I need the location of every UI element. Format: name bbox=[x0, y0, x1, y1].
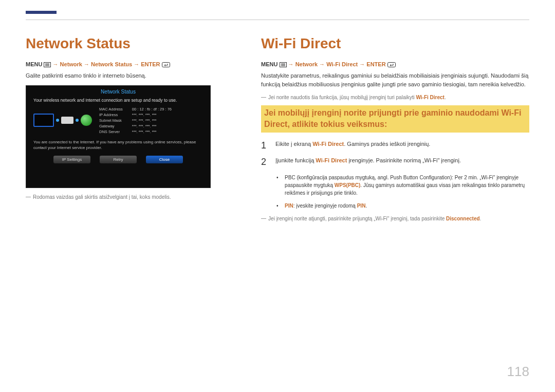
text: . bbox=[480, 216, 482, 221]
router-icon bbox=[61, 117, 73, 124]
text: Eikite į ekraną bbox=[275, 141, 312, 147]
shot-footer-message: You are connected to the Internet. If yo… bbox=[26, 134, 210, 154]
menu-path-left: MENU → Network → Network Status → ENTER bbox=[26, 61, 236, 67]
note-text: Jei norite naudotis šia funkcija, jūsų m… bbox=[268, 95, 416, 100]
svg-rect-9 bbox=[387, 63, 395, 67]
text: įrenginyje. Pasirinkite norimą „Wi-Fi" į… bbox=[347, 157, 461, 163]
wifi-direct-term: Wi-Fi Direct bbox=[312, 141, 344, 147]
svg-rect-4 bbox=[162, 63, 170, 67]
right-column: Wi-Fi Direct MENU → Network → Wi-Fi Dire… bbox=[261, 35, 529, 221]
text: : įveskite įrenginyje rodomą bbox=[293, 203, 357, 209]
model-note: Rodomas vaizdas gali skirtis atsižvelgia… bbox=[26, 194, 236, 200]
step-text: Eikite į ekraną Wi-Fi Direct. Gaminys pr… bbox=[275, 141, 430, 147]
value-dns: ***. ***. ***. *** bbox=[132, 129, 172, 134]
text: . Gaminys pradės ieškoti įrenginių. bbox=[344, 141, 430, 147]
left-column: Network Status MENU → Network → Network … bbox=[26, 35, 236, 221]
value-gateway: ***. ***. ***. *** bbox=[132, 124, 172, 128]
network-status-screenshot: Network Status Your wireless network and… bbox=[26, 85, 211, 188]
text: Įjunkite funkciją bbox=[275, 157, 316, 163]
label-subnet: Subnet Mask bbox=[99, 118, 123, 123]
support-note: Jei norite naudotis šia funkcija, jūsų m… bbox=[261, 95, 529, 100]
link-dot bbox=[56, 119, 59, 122]
label-ip: IP Address bbox=[99, 113, 123, 117]
wifi-direct-term: Wi-Fi Direct bbox=[316, 157, 347, 163]
bullet-text: PBC (konfigūracija paspaudus mygtuką, an… bbox=[285, 174, 529, 197]
shot-status-message: Your wireless network and Internet conne… bbox=[26, 97, 210, 107]
ip-settings-button[interactable]: IP Settings bbox=[53, 156, 90, 163]
bullet-text: PIN: įveskite įrenginyje rodomą PIN. bbox=[285, 202, 367, 210]
connection-diagram bbox=[33, 114, 92, 127]
shot-title: Network Status bbox=[26, 86, 210, 97]
step-1: 1 Eikite į ekraną Wi-Fi Direct. Gaminys … bbox=[261, 141, 529, 150]
heading-network-status: Network Status bbox=[26, 35, 236, 52]
wifi-direct-term: Wi-Fi Direct bbox=[416, 95, 444, 100]
menu-label: MENU bbox=[26, 61, 42, 67]
heading-wifi-direct: Wi-Fi Direct bbox=[261, 35, 529, 52]
desc-right: Nustatykite parametrus, reikalingus gami… bbox=[261, 71, 529, 88]
value-subnet: ***. ***. ***. *** bbox=[132, 118, 172, 123]
globe-icon bbox=[81, 115, 92, 126]
disconnected-term: Disconnected bbox=[446, 216, 480, 221]
menu-path-text: → Network → Network Status → ENTER bbox=[53, 61, 160, 67]
enter-icon bbox=[387, 62, 396, 67]
network-info-table: MAC Address 00 : 12 : fb : df : 29 : 76 … bbox=[99, 107, 172, 134]
device-icon bbox=[33, 114, 54, 127]
label-mac: MAC Address bbox=[99, 107, 123, 111]
step-2: 2 Įjunkite funkciją Wi-Fi Direct įrengin… bbox=[261, 157, 529, 166]
link-dot bbox=[76, 119, 79, 122]
highlight-instructions: Jei mobilųjį įrenginį norite prijungti p… bbox=[261, 105, 529, 133]
step-number: 2 bbox=[261, 157, 268, 166]
menu-path-text: → Network → Wi-Fi Direct → ENTER bbox=[288, 61, 386, 67]
enter-icon bbox=[162, 62, 170, 67]
bullet-pin: • PIN: įveskite įrenginyje rodomą PIN. bbox=[276, 202, 529, 210]
page-number: 118 bbox=[507, 364, 529, 380]
step-number: 1 bbox=[261, 141, 268, 150]
step-text: Įjunkite funkciją Wi-Fi Direct įrenginyj… bbox=[275, 157, 461, 163]
bullet-pbc: • PBC (konfigūracija paspaudus mygtuką, … bbox=[276, 174, 529, 197]
menu-icon bbox=[280, 62, 287, 67]
text: Jei įrenginį norite atjungti, pasirinkit… bbox=[268, 216, 446, 221]
disconnect-note: Jei įrenginį norite atjungti, pasirinkit… bbox=[261, 216, 529, 221]
retry-button[interactable]: Retry bbox=[100, 156, 137, 163]
value-mac: 00 : 12 : fb : df : 29 : 76 bbox=[132, 107, 172, 111]
pin-term: PIN bbox=[357, 203, 366, 209]
close-button[interactable]: Close bbox=[146, 156, 183, 163]
text: . bbox=[365, 203, 367, 209]
wps-pbc-term: WPS(PBC) bbox=[335, 182, 361, 188]
desc-left: Galite patikrinti esamo tinklo ir intern… bbox=[26, 71, 236, 80]
label-dns: DNS Server bbox=[99, 129, 123, 134]
note-text: . bbox=[445, 95, 446, 100]
menu-path-right: MENU → Network → Wi-Fi Direct → ENTER bbox=[261, 61, 529, 67]
bullet-dot: • bbox=[276, 202, 280, 210]
menu-label: MENU bbox=[261, 61, 278, 67]
label-gateway: Gateway bbox=[99, 124, 123, 128]
bullet-dot: • bbox=[276, 174, 280, 197]
pin-term: PIN bbox=[285, 203, 293, 209]
menu-icon bbox=[44, 62, 51, 67]
page-header-rule bbox=[26, 20, 529, 20]
value-ip: ***. ***. ***. *** bbox=[132, 113, 172, 117]
